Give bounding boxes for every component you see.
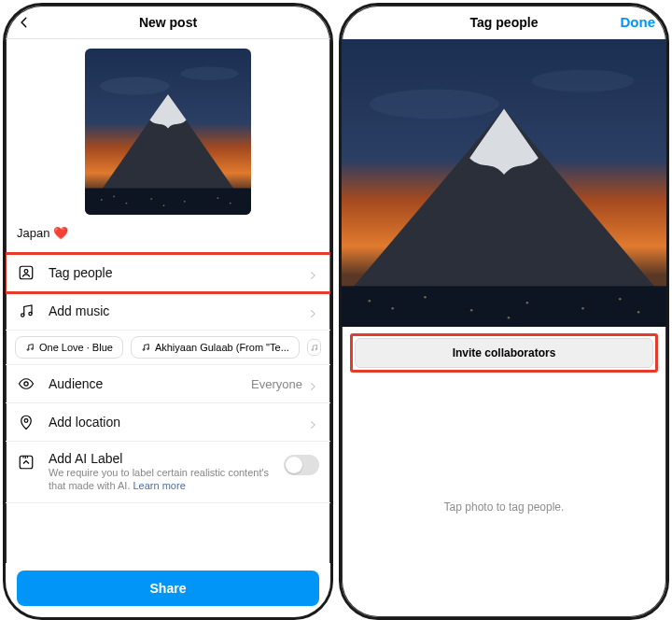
svg-point-26 [370,90,499,120]
svg-point-31 [424,296,427,299]
svg-point-27 [532,70,634,92]
page-title: New post [139,15,197,30]
share-button[interactable]: Share [17,571,319,606]
svg-point-29 [369,300,371,303]
chip-label: Akhiyaan Gulaab (From "Te... [155,342,289,353]
svg-point-4 [101,199,103,201]
phone-right: Tag people Done [336,0,672,620]
chevron-right-icon [308,378,319,389]
music-chip[interactable]: One Love · Blue [15,336,123,359]
svg-point-16 [27,349,29,351]
chevron-right-icon [308,305,319,317]
row-value: Everyone [251,377,302,391]
invite-highlight: Invite collaborators [351,334,657,372]
svg-rect-3 [85,189,251,215]
ai-label-toggle[interactable] [284,455,319,475]
learn-more-link[interactable]: Learn more [133,480,186,491]
options-list: Tag people Add music [6,253,330,503]
svg-point-14 [21,314,24,317]
music-more-icon[interactable] [307,339,321,356]
chevron-right-icon [308,416,319,428]
svg-point-36 [637,311,640,314]
chip-label: One Love · Blue [39,342,113,353]
svg-point-30 [391,307,394,310]
photo-tag-area[interactable] [342,39,666,327]
done-button[interactable]: Done [621,14,656,30]
svg-point-2 [180,67,238,80]
row-audience[interactable]: Audience Everyone [6,365,330,403]
chevron-right-icon [308,267,319,278]
svg-point-19 [147,348,149,350]
phone-left: New post [0,0,336,620]
page-title: Tag people [470,15,539,30]
row-label: Tag people [49,265,308,280]
svg-point-15 [29,312,32,315]
svg-point-1 [100,77,170,95]
svg-point-6 [126,203,128,204]
svg-point-33 [526,302,529,304]
svg-point-34 [581,307,584,310]
svg-point-32 [470,309,473,312]
svg-point-20 [312,349,314,351]
svg-point-35 [619,298,622,301]
svg-point-18 [143,349,145,351]
tag-hint: Tap photo to tag people. [342,500,666,514]
svg-point-23 [24,419,28,423]
row-label: Add location [49,415,308,430]
svg-point-17 [32,348,34,350]
svg-rect-28 [342,286,666,327]
ai-label-icon [17,453,35,472]
svg-point-21 [315,348,317,350]
header: New post [6,6,330,39]
svg-point-13 [24,270,28,274]
row-ai-label[interactable]: Add AI Label We require you to label cer… [6,442,330,503]
svg-point-10 [230,203,231,204]
row-label: Add AI Label [49,451,284,466]
row-add-location[interactable]: Add location [6,403,330,442]
svg-point-7 [150,198,152,200]
invite-collaborators-button[interactable]: Invite collaborators [355,338,653,368]
svg-point-22 [24,382,28,386]
location-icon [17,413,35,431]
svg-rect-24 [20,456,33,469]
music-chip[interactable]: Akhiyaan Gulaab (From "Te... [131,336,300,359]
svg-point-37 [508,317,511,319]
image-preview[interactable] [85,49,251,215]
row-tag-people[interactable]: Tag people [6,254,330,292]
audience-icon [17,374,35,393]
tag-people-icon [17,263,35,282]
row-label: Add music [49,303,308,318]
header: Tag people Done [342,6,666,39]
back-icon[interactable] [15,13,34,32]
svg-point-9 [217,197,219,199]
row-subtext: We require you to label certain realisti… [49,466,284,493]
share-bar: Share [6,563,330,617]
image-preview-wrap [6,39,330,220]
svg-point-11 [163,204,165,206]
music-icon [17,302,35,320]
caption-input[interactable]: Japan ❤️ [6,220,330,253]
row-label: Audience [49,376,251,391]
music-suggestions: One Love · Blue Akhiyaan Gulaab (From "T… [6,331,330,365]
svg-point-5 [113,196,115,198]
svg-point-8 [184,201,186,203]
row-add-music[interactable]: Add music [6,292,330,331]
